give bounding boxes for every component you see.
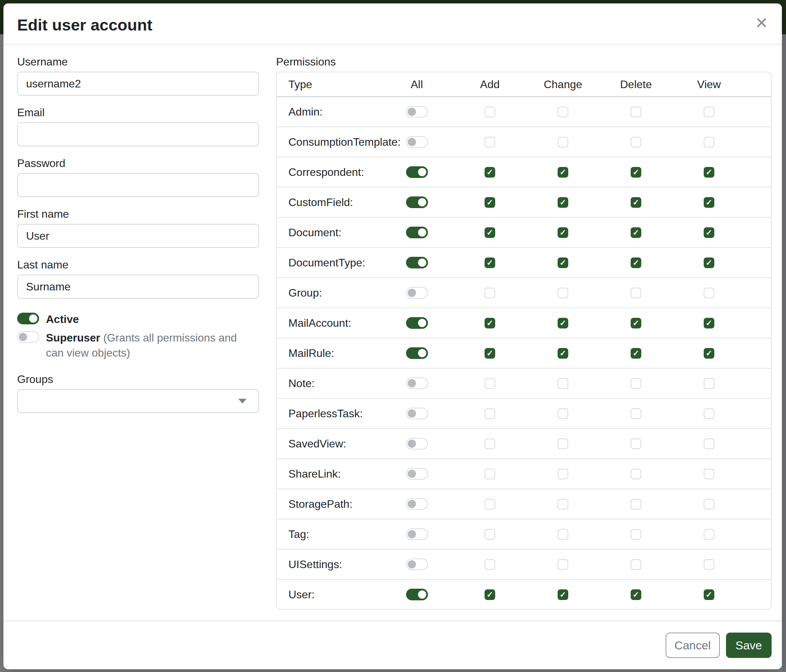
perm-change-checkbox[interactable] [558, 378, 568, 389]
perm-view-checkbox[interactable] [704, 469, 714, 479]
perm-add-checkbox[interactable] [484, 288, 495, 298]
perm-view-checkbox[interactable] [704, 288, 714, 298]
perm-all-toggle[interactable] [406, 347, 428, 359]
perm-all-toggle[interactable] [406, 166, 428, 178]
perm-change-checkbox[interactable]: ✓ [558, 167, 568, 177]
perm-view-checkbox[interactable] [704, 529, 714, 540]
perm-change-checkbox[interactable] [558, 107, 568, 117]
password-input[interactable] [17, 173, 259, 197]
perm-change-checkbox[interactable]: ✓ [558, 348, 568, 359]
perm-add-checkbox[interactable]: ✓ [484, 589, 495, 600]
cancel-button[interactable]: Cancel [666, 633, 720, 658]
perm-view-checkbox[interactable] [704, 408, 714, 419]
save-button[interactable]: Save [726, 633, 772, 658]
perm-view-checkbox[interactable]: ✓ [704, 167, 714, 177]
perm-change-checkbox[interactable]: ✓ [558, 257, 568, 268]
perm-view-checkbox[interactable]: ✓ [704, 227, 714, 238]
perm-add-checkbox[interactable] [484, 137, 495, 148]
perm-add-checkbox[interactable]: ✓ [484, 167, 495, 177]
perm-all-toggle[interactable] [406, 408, 428, 419]
perm-delete-checkbox[interactable] [630, 408, 641, 419]
perm-view-checkbox[interactable] [704, 559, 714, 570]
perm-all-toggle[interactable] [406, 196, 428, 208]
perm-all-toggle[interactable] [406, 468, 428, 480]
perm-all-toggle[interactable] [406, 136, 428, 148]
perm-view-checkbox[interactable] [704, 499, 714, 509]
first-name-input[interactable] [17, 224, 259, 248]
perm-delete-checkbox[interactable] [630, 469, 641, 479]
superuser-toggle[interactable] [17, 331, 39, 343]
perm-change-checkbox[interactable]: ✓ [558, 227, 568, 238]
toggle-knob [19, 333, 27, 341]
perm-add-checkbox[interactable]: ✓ [484, 257, 495, 268]
perm-view-checkbox[interactable] [704, 137, 714, 148]
perm-add-checkbox[interactable]: ✓ [484, 197, 495, 208]
perm-change-checkbox[interactable]: ✓ [558, 318, 568, 328]
groups-select[interactable] [17, 389, 259, 413]
perm-view-checkbox[interactable] [704, 378, 714, 389]
perm-add-checkbox[interactable] [484, 499, 495, 509]
perm-all-toggle[interactable] [406, 227, 428, 238]
perm-all-toggle[interactable] [406, 106, 428, 118]
perm-delete-checkbox[interactable] [630, 107, 641, 117]
perm-change-checkbox[interactable] [558, 469, 568, 479]
toggle-knob [408, 530, 416, 538]
perm-delete-checkbox[interactable]: ✓ [630, 167, 641, 177]
perm-change-checkbox[interactable] [558, 408, 568, 419]
perm-delete-checkbox[interactable] [630, 288, 641, 298]
background-scrollbar[interactable] [783, 34, 786, 672]
perm-change-checkbox[interactable] [558, 559, 568, 570]
perm-change-checkbox[interactable] [558, 499, 568, 509]
perm-all-toggle[interactable] [406, 377, 428, 389]
perm-delete-checkbox[interactable]: ✓ [630, 318, 641, 328]
perm-delete-checkbox[interactable]: ✓ [630, 589, 641, 600]
perm-add-checkbox[interactable] [484, 559, 495, 570]
perm-all-toggle[interactable] [406, 528, 428, 540]
perm-delete-checkbox[interactable] [630, 378, 641, 389]
perm-all-toggle[interactable] [406, 438, 428, 449]
perm-add-checkbox[interactable] [484, 107, 495, 117]
perm-delete-checkbox[interactable] [630, 137, 641, 148]
perm-change-checkbox[interactable] [558, 529, 568, 540]
perm-delete-checkbox[interactable]: ✓ [630, 227, 641, 238]
perm-view-checkbox[interactable]: ✓ [704, 348, 714, 359]
perm-add-checkbox[interactable]: ✓ [484, 348, 495, 359]
perm-add-checkbox[interactable] [484, 438, 495, 449]
perm-view-checkbox[interactable] [704, 438, 714, 449]
email-input[interactable] [17, 122, 259, 146]
perm-view-checkbox[interactable]: ✓ [704, 257, 714, 268]
perm-add-checkbox[interactable] [484, 469, 495, 479]
perm-change-checkbox[interactable] [558, 438, 568, 449]
permissions-table: TypeAllAddChangeDeleteView Admin:Consump… [276, 72, 772, 610]
perm-all-toggle[interactable] [406, 559, 428, 570]
perm-all-toggle[interactable] [406, 317, 428, 329]
perm-view-checkbox[interactable]: ✓ [704, 197, 714, 208]
last-name-input[interactable] [17, 275, 259, 298]
perm-change-checkbox[interactable] [558, 137, 568, 148]
perm-delete-checkbox[interactable] [630, 529, 641, 540]
perm-all-toggle[interactable] [406, 498, 428, 510]
perm-all-toggle[interactable] [406, 287, 428, 298]
perm-delete-checkbox[interactable] [630, 499, 641, 509]
perm-add-checkbox[interactable] [484, 378, 495, 389]
perm-add-checkbox[interactable] [484, 529, 495, 540]
perm-delete-checkbox[interactable] [630, 559, 641, 570]
close-icon[interactable]: ✕ [753, 13, 770, 33]
perm-delete-checkbox[interactable]: ✓ [630, 257, 641, 268]
perm-change-checkbox[interactable]: ✓ [558, 197, 568, 208]
perm-view-checkbox[interactable] [704, 107, 714, 117]
perm-add-checkbox[interactable] [484, 408, 495, 419]
perm-add-checkbox[interactable]: ✓ [484, 318, 495, 328]
perm-delete-checkbox[interactable]: ✓ [630, 197, 641, 208]
perm-delete-checkbox[interactable]: ✓ [630, 348, 641, 359]
perm-delete-checkbox[interactable] [630, 438, 641, 449]
perm-view-checkbox[interactable]: ✓ [704, 318, 714, 328]
perm-view-checkbox[interactable]: ✓ [704, 589, 714, 600]
perm-change-checkbox[interactable] [558, 288, 568, 298]
perm-all-toggle[interactable] [406, 257, 428, 268]
active-toggle[interactable] [17, 313, 39, 324]
perm-add-checkbox[interactable]: ✓ [484, 227, 495, 238]
username-input[interactable] [17, 72, 259, 96]
perm-all-toggle[interactable] [406, 589, 428, 600]
perm-change-checkbox[interactable]: ✓ [558, 589, 568, 600]
